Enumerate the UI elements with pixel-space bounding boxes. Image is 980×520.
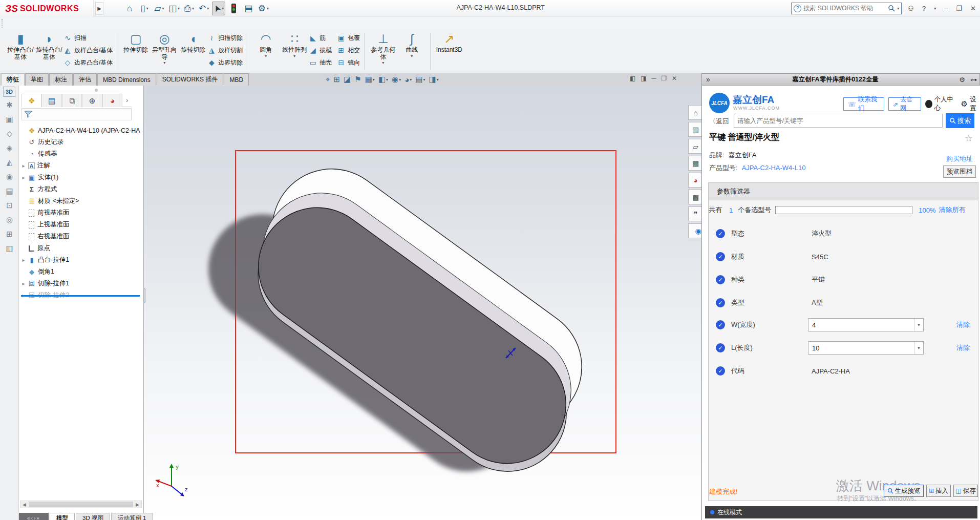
tree-horizontal-scrollbar[interactable]: ◀ ▶ [20,501,142,508]
zoom-to-area-button[interactable]: ⊞ [333,75,340,84]
tool-icon[interactable]: ⊞ [0,227,19,241]
account-center-button[interactable]: 个人中心 [925,95,957,113]
toolbar-drag-handle[interactable] [2,19,4,28]
tab-motion-study[interactable]: 运动算例 1 [111,513,153,520]
shell-button[interactable]: ▭抽壳 [309,58,332,67]
tab-evaluate[interactable]: 评估 [73,73,97,86]
tool-icon[interactable]: ◎ [0,213,19,227]
favorite-star-icon[interactable]: ☆ [965,133,973,144]
tree-root-part[interactable]: ❖AJPA-C2-HA-W4-L10 (AJPA-C2-HA [20,124,143,136]
official-site-button[interactable]: ⇗去官网 [888,97,921,111]
home-button[interactable]: ⌂ [123,2,136,15]
tree-item-right-plane[interactable]: 右视基准面 [20,231,143,242]
hole-wizard-button[interactable]: ◎异型孔向导▾ [150,31,179,72]
tree-item-annotations[interactable]: ▸A注解 [20,160,143,172]
tool-icon[interactable]: ▣ [0,112,19,127]
generate-preview-button[interactable]: 生成预览 [884,485,924,497]
help-search-input[interactable] [803,5,886,12]
minimize-doc-icon[interactable]: ─ [652,75,656,82]
featuremanager-tab[interactable]: ❖ [22,94,41,107]
mirror-button[interactable]: ⊟镜向 [337,58,360,67]
fillet-button[interactable]: ◠圆角▾ [251,31,280,72]
preview-drawing-button[interactable]: 预览图档 [943,165,976,178]
tool-icon[interactable]: ▤ [0,184,19,198]
previous-window-icon[interactable]: ◧ [630,75,635,82]
lofted-cut-button[interactable]: ◮放样切割 [207,46,243,55]
print-button[interactable]: ⎙▾ [182,2,196,15]
tab-sketch[interactable]: 草图 [25,73,49,86]
extruded-boss-button[interactable]: ▮拉伸凸台/基体 [6,31,35,72]
tool-icon[interactable]: ◈ [0,141,19,155]
open-button[interactable]: ▱▾ [153,2,166,15]
tree-item-origin[interactable]: 原点 [20,242,143,254]
tree-item-equations[interactable]: Σ方程式 [20,183,143,195]
boundary-boss-button[interactable]: ◇边界凸台/基体 [63,58,113,67]
model-number-link[interactable]: AJPA-C2-HA-W4-L10 [742,164,806,172]
configurationmanager-tab[interactable]: ⧉ [62,94,82,107]
save-part-button[interactable]: ◫保存 [953,485,978,497]
jlc-logo-icon[interactable]: ◉ [688,223,703,238]
plugin-settings-button[interactable]: ⚙设置 [961,95,980,113]
rebuild-button[interactable] [227,2,240,15]
scroll-left-icon[interactable]: ◀ [20,502,28,507]
tree-item-chamfer1[interactable]: ◆倒角1 [20,266,143,278]
apply-scene-button[interactable]: ▤▾ [415,75,425,84]
tree-item-cut-extrude1[interactable]: ▸回切除-拉伸1 [20,278,143,289]
lofted-boss-button[interactable]: ◭放样凸台/基体 [63,46,113,55]
next-window-icon[interactable]: ◨ [641,75,646,82]
back-button[interactable]: 〈返回 [709,117,729,126]
online-mode-bar[interactable]: 在线模式 [705,506,977,518]
wrap-button[interactable]: ▣包覆 [337,33,360,43]
tree-item-solid-bodies[interactable]: ▸▣实体(1) [20,172,143,183]
tree-item-history[interactable]: ↺历史记录 [20,136,143,148]
clear-all-link[interactable]: 清除所有 [939,205,965,215]
chevron-down-icon[interactable]: ▾ [932,6,938,11]
rib-button[interactable]: ◣筋 [309,33,332,43]
tab-annotation[interactable]: 标注 [49,73,73,86]
edit-appearance-button[interactable]: ◕▾ [404,75,412,84]
panel-gear-icon[interactable]: ⚙ [956,76,968,84]
clear-width-link[interactable]: 清除 [956,320,970,329]
product-search-input[interactable] [734,114,943,128]
extruded-cut-button[interactable]: ▢拉伸切除 [121,31,150,72]
zoom-to-fit-button[interactable]: ⌖ [326,75,330,84]
tool-icon[interactable]: ◇ [0,127,19,141]
3d-part-model[interactable] [144,86,701,520]
search-button[interactable]: 搜索 [946,113,974,128]
tool-icon[interactable]: ◉ [0,170,19,184]
tab-solidworks-addins[interactable]: SOLIDWORKS 插件 [157,73,224,86]
folder-icon[interactable]: ▱ [688,139,703,154]
3d-sketch-icon[interactable]: 3D [3,87,15,97]
view-settings-button[interactable]: ◨▾ [429,75,438,84]
draft-button[interactable]: ◢拔模 [309,46,332,55]
tab-features[interactable]: 特征 [1,73,25,86]
tab-3d-views[interactable]: 3D 视图 [76,513,110,520]
undo-button[interactable]: ↶▾ [197,2,210,15]
collapse-panel-icon[interactable]: » [702,75,714,84]
length-select[interactable]: 10▾ [808,341,924,355]
save-button[interactable]: ◫▾ [167,2,181,15]
part-library-icon[interactable]: ▥ [688,122,703,137]
scrollbar-thumb[interactable] [29,502,133,507]
tree-item-front-plane[interactable]: 前视基准面 [20,207,143,219]
clear-length-link[interactable]: 清除 [956,343,970,352]
dimxpertmanager-tab[interactable]: ⊕ [82,94,102,107]
boundary-cut-button[interactable]: ◆边界切除 [207,58,243,67]
restore-doc-icon[interactable]: ❐ [661,75,667,82]
new-document-button[interactable]: ▯▾ [138,2,151,15]
annotation-views-button[interactable]: ⚑ [354,75,361,84]
tool-icon[interactable]: ◭ [0,155,19,170]
revolved-cut-button[interactable]: ◖旋转切除 [179,31,207,72]
home-icon[interactable]: ⌂ [688,105,703,120]
reference-geometry-button[interactable]: ⊥参考几何体▾ [369,31,397,72]
contact-us-button[interactable]: ☏联系我们 [843,97,884,111]
tab-scroll-controls[interactable]: «‹›» [19,513,49,520]
user-account-icon[interactable]: ⚇ [906,5,916,12]
curves-button[interactable]: ∫曲线▾ [397,31,426,72]
tree-filter-bar[interactable] [22,108,132,120]
tree-item-material[interactable]: ☰材质 <未指定> [20,195,143,207]
width-select[interactable]: 4▾ [808,318,924,331]
linear-pattern-button[interactable]: ∷线性阵列▾ [280,31,309,72]
displaymanager-tab[interactable]: ◕ [102,94,122,107]
view-orientation-button[interactable]: ▦▾ [365,75,375,84]
